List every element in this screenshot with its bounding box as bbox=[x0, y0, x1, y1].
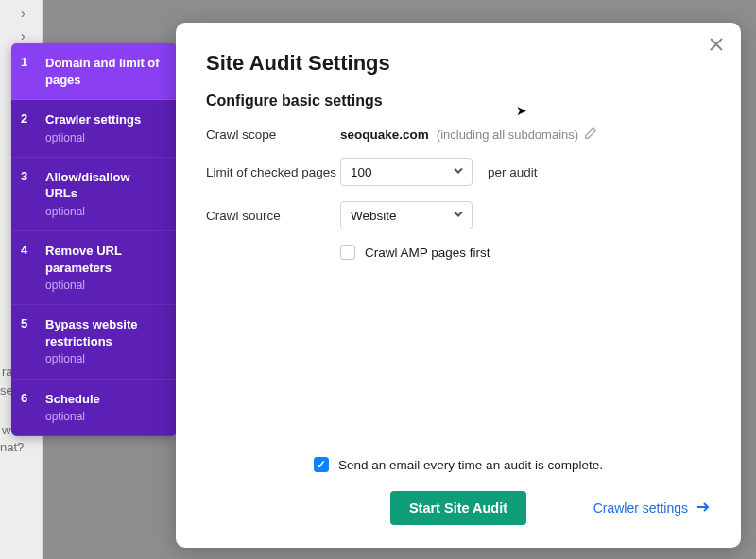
bg-text: w bbox=[2, 423, 10, 439]
arrow-right-icon bbox=[696, 500, 711, 517]
chevron-right-icon[interactable]: › bbox=[21, 6, 26, 21]
chevron-right-icon[interactable]: › bbox=[21, 28, 26, 43]
wizard-step-5[interactable]: 5Bypass website restrictionsoptional bbox=[11, 305, 177, 379]
email-label: Send an email every time an audit is com… bbox=[338, 458, 603, 472]
step-number: 6 bbox=[21, 391, 34, 425]
limit-value: 100 bbox=[351, 165, 372, 179]
wizard-step-4[interactable]: 4Remove URL parametersoptional bbox=[11, 231, 177, 305]
step-optional: optional bbox=[45, 130, 141, 145]
crawl-scope-note: (including all subdomains) bbox=[437, 127, 578, 142]
modal-subtitle: Configure basic settings bbox=[206, 93, 711, 110]
chevron-down-icon bbox=[453, 209, 464, 223]
footer-email-row: Send an email every time an audit is com… bbox=[206, 457, 711, 472]
footer-actions: Start Site Audit Crawler settings bbox=[206, 491, 711, 525]
source-select[interactable]: Website bbox=[340, 201, 472, 229]
step-optional: optional bbox=[45, 351, 165, 366]
modal-title: Site Audit Settings bbox=[206, 51, 711, 76]
wizard-step-3[interactable]: 3Allow/disallow URLsoptional bbox=[11, 158, 177, 231]
bg-text: nat? bbox=[0, 440, 24, 456]
step-optional: optional bbox=[45, 409, 100, 424]
row-crawl-scope: Crawl scope seoquake.com (including all … bbox=[206, 127, 711, 143]
crawler-settings-label: Crawler settings bbox=[593, 500, 688, 516]
source-value: Website bbox=[351, 209, 397, 223]
step-title: Bypass website restrictions bbox=[45, 316, 165, 349]
step-optional: optional bbox=[45, 204, 165, 219]
source-label: Crawl source bbox=[206, 209, 340, 223]
row-amp: Crawl AMP pages first bbox=[340, 245, 711, 260]
wizard-step-2[interactable]: 2Crawler settingsoptional bbox=[11, 100, 177, 158]
close-icon bbox=[709, 37, 724, 55]
step-number: 4 bbox=[21, 243, 34, 293]
crawl-scope-label: Crawl scope bbox=[206, 127, 340, 142]
chevron-down-icon bbox=[453, 165, 464, 179]
wizard-step-6[interactable]: 6Scheduleoptional bbox=[11, 380, 177, 437]
step-number: 5 bbox=[21, 316, 34, 366]
step-optional: optional bbox=[45, 278, 165, 293]
limit-select[interactable]: 100 bbox=[340, 158, 472, 186]
limit-label: Limit of checked pages bbox=[206, 165, 340, 179]
settings-modal: Site Audit Settings Configure basic sett… bbox=[176, 23, 741, 548]
amp-checkbox[interactable] bbox=[340, 245, 355, 260]
start-audit-button[interactable]: Start Site Audit bbox=[390, 491, 526, 525]
step-title: Allow/disallow URLs bbox=[45, 169, 165, 202]
crawler-settings-link[interactable]: Crawler settings bbox=[593, 500, 711, 517]
step-number: 1 bbox=[21, 55, 34, 88]
wizard-sidebar: 1Domain and limit of pages2Crawler setti… bbox=[11, 43, 177, 436]
step-title: Remove URL parameters bbox=[45, 243, 165, 276]
step-number: 3 bbox=[21, 169, 34, 219]
limit-suffix: per audit bbox=[488, 165, 538, 179]
amp-label: Crawl AMP pages first bbox=[365, 246, 490, 260]
wizard-step-1[interactable]: 1Domain and limit of pages bbox=[11, 43, 177, 100]
row-limit: Limit of checked pages 100 per audit bbox=[206, 158, 711, 186]
step-title: Domain and limit of pages bbox=[45, 55, 165, 88]
close-button[interactable] bbox=[705, 34, 728, 57]
crawl-scope-domain: seoquake.com bbox=[340, 127, 429, 142]
step-number: 2 bbox=[21, 111, 34, 145]
pencil-icon[interactable] bbox=[584, 127, 597, 143]
row-source: Crawl source Website bbox=[206, 201, 711, 229]
step-title: Schedule bbox=[45, 391, 100, 408]
step-title: Crawler settings bbox=[45, 111, 141, 128]
email-checkbox[interactable] bbox=[314, 457, 329, 472]
